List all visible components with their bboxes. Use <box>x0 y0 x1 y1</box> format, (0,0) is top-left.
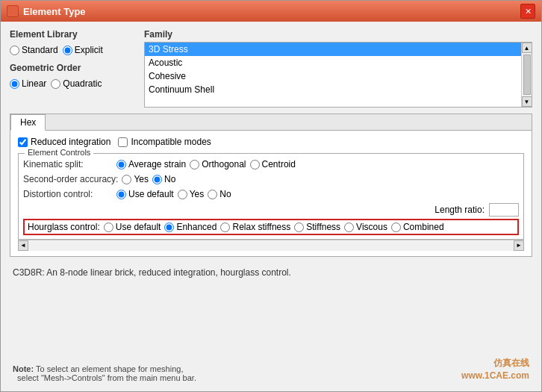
second-order-label: Second-order accuracy: <box>23 174 118 184</box>
soa-no-text: No <box>164 174 175 184</box>
hg-combined-label[interactable]: Combined <box>391 222 444 232</box>
element-controls-group: Element Controls Kinematic split: Averag… <box>18 153 524 240</box>
soa-no-radio[interactable] <box>152 175 162 184</box>
scroll-thumb <box>523 55 531 95</box>
checkbox-row: Reduced integration Incompatible modes <box>18 137 524 147</box>
hourglass-control-label: Hourglass control: <box>28 222 100 232</box>
hourglass-control-row: Hourglass control: Use default Enhanced <box>23 219 519 235</box>
horizontal-scrollbar[interactable]: ◄ ► <box>18 240 524 250</box>
family-listbox[interactable]: 3D Stress Acoustic Cohesive Continuum Sh… <box>144 42 532 108</box>
quadratic-radio-label[interactable]: Quadratic <box>51 78 102 89</box>
quadratic-radio[interactable] <box>51 79 60 89</box>
hg-viscous-label[interactable]: Viscous <box>344 222 387 232</box>
controls-inner: Kinematic split: Average strain Orthogon… <box>23 157 519 236</box>
hg-relax-stiffness-label[interactable]: Relax stiffness <box>220 222 290 232</box>
hg-use-default-radio[interactable] <box>104 223 113 232</box>
watermark-line1: 仿真在线 <box>461 357 529 370</box>
hscroll-left-arrow[interactable]: ◄ <box>18 240 28 251</box>
hscroll-right-arrow[interactable]: ► <box>514 240 524 251</box>
linear-radio-label[interactable]: Linear <box>10 78 46 89</box>
geometric-order-label: Geometric Order <box>10 63 129 73</box>
hg-stiffness-text: Stiffness <box>306 222 340 232</box>
hg-stiffness-radio[interactable] <box>294 223 304 232</box>
quadratic-label: Quadratic <box>63 78 102 89</box>
watermark: 仿真在线 www.1CAE.com <box>461 357 529 382</box>
length-ratio-input[interactable]: 0.1 <box>489 203 519 217</box>
soa-yes-label[interactable]: Yes <box>122 174 149 184</box>
hscroll-track[interactable] <box>28 240 514 251</box>
scroll-down-arrow[interactable]: ▼ <box>522 96 532 107</box>
dc-use-default-label[interactable]: Use default <box>116 189 174 199</box>
watermark-line2: www.1CAE.com <box>461 370 529 382</box>
family-item-cohesive[interactable]: Cohesive <box>145 69 532 83</box>
soa-yes-radio[interactable] <box>122 175 131 184</box>
family-item-acoustic[interactable]: Acoustic <box>145 56 532 69</box>
standard-label: Standard <box>22 45 58 55</box>
centroid-radio[interactable] <box>250 160 260 169</box>
length-ratio-row: Length ratio: 0.1 <box>23 202 519 218</box>
dc-no-label[interactable]: No <box>208 189 231 199</box>
hg-relax-stiffness-radio[interactable] <box>220 223 230 232</box>
explicit-radio-label[interactable]: Explicit <box>63 45 103 55</box>
incompatible-modes-checkbox[interactable] <box>118 137 128 147</box>
soa-no-label[interactable]: No <box>152 174 175 184</box>
geometric-order-options: Linear Quadratic <box>10 78 129 89</box>
kinematic-split-label: Kinematic split: <box>23 159 113 169</box>
hg-combined-radio[interactable] <box>391 223 401 232</box>
hg-enhanced-label[interactable]: Enhanced <box>164 222 217 232</box>
note-body: To select an element shape for meshing, … <box>13 364 196 382</box>
kinematic-split-row: Kinematic split: Average strain Orthogon… <box>23 157 519 172</box>
average-strain-text: Average strain <box>128 159 186 169</box>
hg-enhanced-text: Enhanced <box>176 222 217 232</box>
orthogonal-text: Orthogonal <box>202 159 246 169</box>
orthogonal-label[interactable]: Orthogonal <box>190 159 246 169</box>
centroid-label[interactable]: Centroid <box>250 159 296 169</box>
dc-use-default-radio[interactable] <box>116 190 126 199</box>
standard-radio[interactable] <box>10 46 19 55</box>
distortion-control-row: Distortion control: Use default Yes <box>23 187 519 202</box>
tab-hex[interactable]: Hex <box>10 114 46 131</box>
reduced-integration-text: Reduced integration <box>31 137 110 147</box>
dc-no-radio[interactable] <box>208 190 217 199</box>
dc-yes-label[interactable]: Yes <box>178 189 205 199</box>
dc-no-text: No <box>219 189 231 199</box>
window-title: Element Type <box>23 6 86 17</box>
linear-label: Linear <box>22 78 46 89</box>
explicit-radio[interactable] <box>63 46 72 55</box>
description-area: C3D8R: An 8-node linear brick, reduced i… <box>10 263 532 282</box>
linear-radio[interactable] <box>10 79 19 89</box>
element-library-options: Standard Explicit <box>10 45 129 55</box>
hg-relax-stiffness-text: Relax stiffness <box>232 222 290 232</box>
dc-yes-text: Yes <box>190 189 205 199</box>
reduced-integration-label[interactable]: Reduced integration <box>18 137 110 147</box>
description-text: C3D8R: An 8-node linear brick, reduced i… <box>13 267 291 278</box>
close-button[interactable]: ✕ <box>520 4 535 19</box>
element-library-group: Element Library Standard Explicit <box>10 29 129 55</box>
controls-content: Kinematic split: Average strain Orthogon… <box>23 157 519 236</box>
family-item-continuum-shell[interactable]: Continuum Shell <box>145 83 532 96</box>
reduced-integration-checkbox[interactable] <box>18 137 28 147</box>
title-bar: Element Type ✕ <box>1 1 541 22</box>
hg-viscous-radio[interactable] <box>344 223 354 232</box>
family-item-3dstress[interactable]: 3D Stress <box>145 43 532 56</box>
scroll-up-arrow[interactable]: ▲ <box>522 43 532 53</box>
family-scrollbar[interactable]: ▲ ▼ <box>521 43 532 107</box>
geometric-order-group: Geometric Order Linear Quadratic <box>10 63 129 89</box>
dc-yes-radio[interactable] <box>178 190 187 199</box>
tab-bar: Hex <box>10 114 532 131</box>
length-ratio-label: Length ratio: <box>434 205 485 215</box>
incompatible-modes-text: Incompatible modes <box>131 137 211 147</box>
second-order-row: Second-order accuracy: Yes No <box>23 172 519 187</box>
hg-enhanced-radio[interactable] <box>164 223 174 232</box>
element-controls-title: Element Controls <box>25 148 93 157</box>
top-section: Element Library Standard Explicit <box>10 29 532 108</box>
distortion-control-label: Distortion control: <box>23 189 113 199</box>
hg-stiffness-label[interactable]: Stiffness <box>294 222 340 232</box>
orthogonal-radio[interactable] <box>190 160 199 169</box>
incompatible-modes-label[interactable]: Incompatible modes <box>118 137 211 147</box>
standard-radio-label[interactable]: Standard <box>10 45 58 55</box>
average-strain-radio[interactable] <box>116 160 126 169</box>
average-strain-label[interactable]: Average strain <box>116 159 186 169</box>
hg-use-default-label[interactable]: Use default <box>104 222 161 232</box>
family-label: Family <box>144 29 532 40</box>
